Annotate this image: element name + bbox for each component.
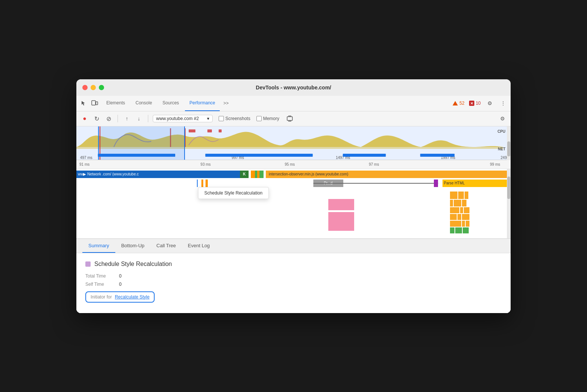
separator2: [148, 115, 148, 122]
devtools-tabbar: Elements Console Sources Performance >> …: [76, 96, 511, 111]
svg-rect-26: [450, 221, 461, 227]
memory-cb[interactable]: [256, 116, 262, 121]
svg-rect-22: [464, 207, 469, 213]
tab-event-log[interactable]: Event Log: [182, 239, 216, 253]
traffic-lights: [82, 85, 104, 90]
clear-button[interactable]: ⊘: [104, 114, 113, 123]
svg-rect-6: [185, 128, 186, 147]
svg-rect-10: [98, 154, 175, 157]
scrollbar-thumb[interactable]: [507, 141, 510, 156]
svg-rect-27: [462, 221, 465, 227]
performance-settings-button[interactable]: ⚙: [498, 114, 507, 123]
svg-rect-8: [207, 129, 212, 132]
memory-checkbox[interactable]: Memory: [256, 116, 279, 121]
devtools-body: Elements Console Sources Performance >> …: [76, 96, 511, 313]
small-block2: [206, 180, 208, 187]
tab-console[interactable]: Console: [131, 96, 156, 111]
summary-title: Schedule Style Recalculation: [85, 261, 502, 267]
warning-badge[interactable]: 52: [453, 101, 464, 106]
svg-rect-16: [465, 192, 468, 199]
svg-rect-7: [189, 129, 195, 132]
initiator-container: Initiator for Recalculate Style: [85, 291, 155, 303]
net-overview-bar: [76, 151, 506, 154]
small-block1: [201, 180, 204, 187]
url-selector[interactable]: www.youtube.com #2 ▾: [153, 115, 213, 122]
flame-scrollbar-thumb[interactable]: [507, 177, 510, 199]
minimize-button[interactable]: [91, 85, 96, 90]
screenshots-checkbox[interactable]: Screenshots: [219, 116, 250, 121]
checkbox-group: Screenshots Memory: [219, 116, 279, 121]
net-chart: [76, 154, 506, 157]
svg-rect-19: [462, 200, 466, 206]
svg-rect-29: [450, 227, 454, 233]
yellow-blocks-right: [450, 192, 511, 236]
detail-ruler: 91 ms 93 ms 95 ms 97 ms 99 ms: [76, 160, 511, 169]
svg-rect-25: [462, 214, 469, 220]
error-icon: ✕: [469, 101, 474, 106]
ruler-91: 91 ms: [79, 162, 164, 166]
svg-rect-15: [458, 192, 464, 199]
more-options-button[interactable]: ⋮: [499, 99, 508, 108]
svg-rect-24: [457, 214, 461, 220]
record-button[interactable]: ●: [80, 114, 89, 123]
parse-html-bar[interactable]: Parse HTML: [442, 180, 507, 187]
timeline-overview[interactable]: CPU NET 497 ms 997 ms 1497 ms 1997 ms 24…: [76, 126, 511, 160]
tab-performance[interactable]: Performance: [185, 96, 220, 111]
flame-section[interactable]: ww▶ Network .com/ (www.youtube.c K inter…: [76, 169, 511, 239]
tab-elements[interactable]: Elements: [102, 96, 130, 111]
intersection-observer-bar[interactable]: intersection-observer.min.js (www.youtub…: [266, 171, 507, 178]
tab-sources[interactable]: Sources: [158, 96, 183, 111]
settings-button[interactable]: ⚙: [485, 99, 494, 108]
event-color-swatch: [85, 261, 91, 267]
svg-rect-31: [463, 227, 469, 233]
maximize-button[interactable]: [99, 85, 104, 90]
download-button[interactable]: ↓: [134, 114, 143, 123]
ruler-93: 93 ms: [164, 162, 248, 166]
svg-rect-0: [92, 101, 95, 105]
summary-content: Schedule Style Recalculation Total Time …: [76, 253, 511, 313]
network-bar[interactable]: ww▶ Network .com/ (www.youtube.c: [76, 171, 240, 178]
tab-summary[interactable]: Summary: [82, 239, 115, 253]
title-bar: DevTools - www.youtube.com/: [76, 79, 511, 96]
error-badge[interactable]: ✕ 10: [469, 101, 481, 106]
svg-rect-9: [219, 129, 222, 132]
upload-button[interactable]: ↑: [122, 114, 131, 123]
timeline-scrollbar[interactable]: [507, 126, 511, 160]
flame-row-1: ww▶ Network .com/ (www.youtube.c K inter…: [76, 171, 507, 178]
svg-rect-28: [466, 221, 469, 227]
flame-scrollbar[interactable]: [507, 169, 511, 238]
dropdown-icon: ▾: [207, 116, 209, 121]
separator: [118, 115, 118, 122]
svg-rect-17: [450, 200, 453, 206]
svg-rect-30: [455, 227, 462, 233]
svg-rect-14: [450, 192, 457, 199]
svg-rect-11: [205, 154, 313, 157]
refresh-record-button[interactable]: ↻: [92, 114, 101, 123]
pink-block1: [328, 199, 355, 210]
close-button[interactable]: [82, 85, 88, 90]
tab-call-tree[interactable]: Call Tree: [150, 239, 182, 253]
k-bar[interactable]: K: [240, 171, 249, 178]
initiator-link[interactable]: Recalculate Style: [115, 294, 150, 300]
clear-storage-button[interactable]: [285, 114, 294, 123]
device-toggle-icon[interactable]: [91, 99, 99, 107]
svg-rect-23: [450, 214, 457, 220]
svg-rect-13: [420, 154, 454, 157]
self-time-row: Self Time 0: [85, 282, 502, 287]
cursor-icon[interactable]: [79, 99, 88, 107]
flame-row-2: Pr...d Parse HTML: [76, 180, 507, 187]
flame-chart-area[interactable]: CPU NET 497 ms 997 ms 1497 ms 1997 ms 24…: [76, 126, 511, 239]
ruler-95: 95 ms: [248, 162, 332, 166]
net-label: NET: [498, 147, 505, 151]
tab-more-button[interactable]: >>: [221, 99, 231, 107]
summary-tabs: Summary Bottom-Up Call Tree Event Log: [76, 239, 511, 253]
svg-rect-1: [96, 102, 98, 105]
vertical-marker: [197, 180, 198, 187]
window-title: DevTools - www.youtube.com/: [256, 85, 331, 91]
svg-rect-2: [287, 117, 292, 120]
tab-bottom-up[interactable]: Bottom-Up: [115, 239, 150, 253]
screenshots-cb[interactable]: [219, 116, 224, 121]
yellow-blocks-svg: [450, 192, 511, 236]
tab-right-actions: 52 ✕ 10 ⚙ ⋮: [453, 99, 508, 108]
devtools-window: DevTools - www.youtube.com/ Elements Con…: [76, 79, 511, 313]
